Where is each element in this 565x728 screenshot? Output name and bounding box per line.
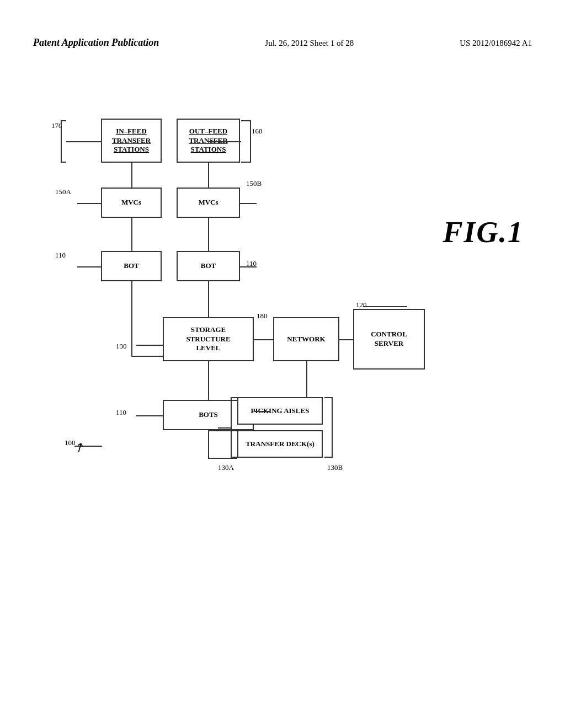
line-bots-picking-h2 xyxy=(208,458,237,459)
line-170-box xyxy=(66,141,101,142)
transfer-deck-box: TRANSFER DECK(s) xyxy=(237,430,323,458)
publication-number: US 2012/0186942 A1 xyxy=(460,39,532,48)
line-storage-bots xyxy=(208,361,209,400)
line-bot-r-v2 xyxy=(208,281,209,292)
picking-aisles-box: PICKING AISLES xyxy=(237,397,323,425)
line-130A-h xyxy=(218,427,231,429)
figure-label: FIG.1 xyxy=(443,215,524,249)
label-120: 120 xyxy=(356,301,367,309)
line-mvcs-bot-l xyxy=(131,218,132,251)
line-150B xyxy=(240,203,257,204)
line-infeed-mvcs xyxy=(131,163,132,188)
line-160-box xyxy=(208,141,241,142)
mvcs-left-box: MVCs xyxy=(101,188,162,218)
label-180: 180 xyxy=(257,312,268,320)
bot-mid-box: BOT xyxy=(177,251,240,281)
label-110-a: 110 xyxy=(55,251,66,260)
line-110-b xyxy=(240,266,257,267)
line-120 xyxy=(363,306,407,307)
label-150A: 150A xyxy=(55,188,71,196)
publication-date-sheet: Jul. 26, 2012 Sheet 1 of 28 xyxy=(265,39,354,48)
label-130: 130 xyxy=(116,342,127,351)
label-150B: 150B xyxy=(246,179,262,188)
bot-left-box: BOT xyxy=(101,251,162,281)
page-header: Patent Application Publication Jul. 26, … xyxy=(0,37,565,49)
line-storage-network xyxy=(254,339,273,340)
line-bot-l-storage-h xyxy=(131,356,163,357)
brace-170 xyxy=(61,120,66,163)
line-130 xyxy=(136,345,163,346)
brace-130A xyxy=(231,397,237,458)
line-bot-l-storage xyxy=(131,281,132,356)
in-feed-box: IN–FEEDTRANSFERSTATIONS xyxy=(101,119,162,163)
line-110-a xyxy=(77,266,101,267)
line-bots-picking xyxy=(208,430,209,458)
line-outfeed-mvcs xyxy=(208,163,209,188)
network-box: NETWORK xyxy=(273,317,339,361)
brace-130B xyxy=(324,397,333,458)
mvcs-right-box: MVCs xyxy=(177,188,240,218)
label-130B: 130B xyxy=(327,463,343,472)
line-bots-h3 xyxy=(237,397,306,398)
label-110-c: 110 xyxy=(116,408,126,417)
label-160: 160 xyxy=(252,127,263,136)
line-mvcs-bot-r xyxy=(208,218,209,251)
label-130A: 130A xyxy=(218,463,234,472)
line-110-c xyxy=(136,415,163,416)
line-storage-pick-h xyxy=(254,411,270,412)
line-network-picking xyxy=(306,361,307,397)
line-150A xyxy=(77,203,101,204)
publication-title: Patent Application Publication xyxy=(33,37,159,49)
storage-box: STORAGESTRUCTURELEVEL xyxy=(163,317,254,361)
brace-160 xyxy=(241,120,251,163)
control-server-box: CONTROLSERVER xyxy=(353,309,425,370)
out-feed-box: OUT–FEEDTRANSFERSTATIONS xyxy=(177,119,240,163)
line-network-control xyxy=(339,339,353,340)
